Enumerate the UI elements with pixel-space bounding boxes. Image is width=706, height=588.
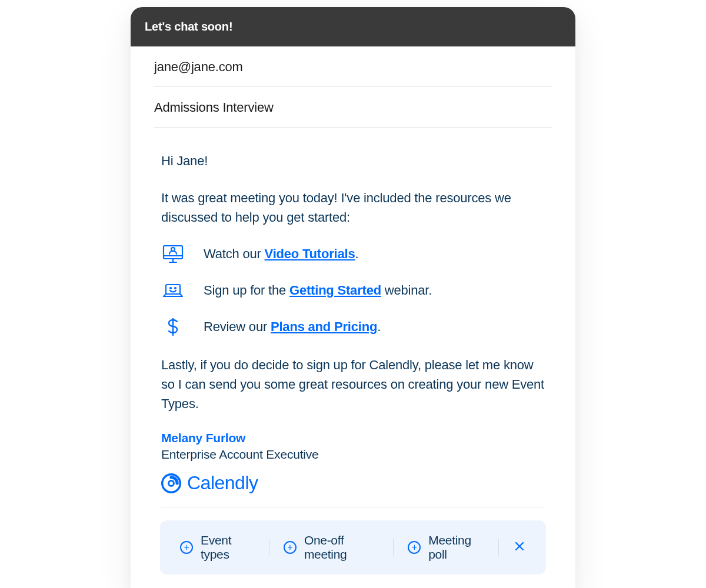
calendly-action-bar: + Event types + One-off meeting + Meetin… — [160, 520, 546, 574]
plus-icon: + — [284, 541, 297, 554]
svg-point-11 — [169, 482, 173, 485]
divider — [161, 507, 545, 507]
signature-name: Melany Furlow — [161, 431, 545, 445]
resource-prefix: Watch our — [204, 246, 265, 261]
subject-value: Admissions Interview — [154, 100, 274, 115]
svg-point-6 — [170, 288, 171, 289]
close-action-bar-button[interactable] — [499, 539, 540, 556]
email-compose-card: Let's chat soon! jane@jane.com Admission… — [131, 7, 575, 588]
closing-text: Lastly, if you do decide to sign up for … — [161, 355, 545, 413]
plans-pricing-link[interactable]: Plans and Pricing — [271, 319, 377, 334]
resource-item: Sign up for the Getting Started webinar. — [161, 279, 545, 302]
greeting-text: Hi Jane! — [161, 151, 545, 171]
to-field[interactable]: jane@jane.com — [154, 46, 552, 87]
resource-prefix: Review our — [204, 319, 271, 334]
close-icon — [514, 541, 525, 552]
resource-text: Review our Plans and Pricing. — [204, 319, 381, 335]
calendly-icon — [161, 473, 181, 493]
resource-suffix: . — [355, 246, 358, 261]
resource-item: Watch our Video Tutorials. — [161, 242, 545, 266]
email-meta: jane@jane.com Admissions Interview — [131, 46, 575, 128]
action-label: Meeting poll — [428, 533, 485, 562]
dollar-icon — [161, 315, 185, 339]
resource-suffix: webinar. — [381, 283, 432, 298]
resource-item: Review our Plans and Pricing. — [161, 315, 545, 339]
laptop-smile-icon — [161, 279, 185, 302]
action-label: One-off meeting — [304, 533, 379, 562]
resource-suffix: . — [377, 319, 381, 334]
add-one-off-meeting-button[interactable]: + One-off meeting — [269, 531, 394, 564]
resource-text: Watch our Video Tutorials. — [204, 246, 358, 262]
add-event-types-button[interactable]: + Event types — [166, 531, 269, 564]
resource-list: Watch our Video Tutorials. Sign up for t… — [161, 242, 545, 339]
signature-title: Enterprise Account Executive — [161, 447, 545, 462]
signature-block: Melany Furlow Enterprise Account Executi… — [161, 431, 545, 462]
add-meeting-poll-button[interactable]: + Meeting poll — [394, 531, 499, 564]
plus-icon: + — [408, 541, 421, 554]
svg-point-7 — [175, 288, 176, 289]
email-title: Let's chat soon! — [145, 20, 232, 33]
getting-started-link[interactable]: Getting Started — [289, 283, 381, 298]
subject-field[interactable]: Admissions Interview — [154, 87, 552, 128]
action-label: Event types — [201, 533, 255, 562]
brand-name: Calendly — [187, 472, 258, 494]
plus-icon: + — [180, 541, 193, 554]
svg-rect-5 — [166, 285, 180, 294]
brand-logo: Calendly — [161, 472, 545, 494]
email-header: Let's chat soon! — [131, 7, 575, 46]
monitor-person-icon — [161, 242, 185, 266]
intro-text: It was great meeting you today! I've inc… — [161, 188, 545, 227]
resource-prefix: Sign up for the — [204, 283, 289, 298]
to-value: jane@jane.com — [154, 59, 243, 74]
email-body[interactable]: Hi Jane! It was great meeting you today!… — [131, 128, 575, 588]
video-tutorials-link[interactable]: Video Tutorials — [265, 246, 355, 261]
resource-text: Sign up for the Getting Started webinar. — [204, 283, 432, 298]
